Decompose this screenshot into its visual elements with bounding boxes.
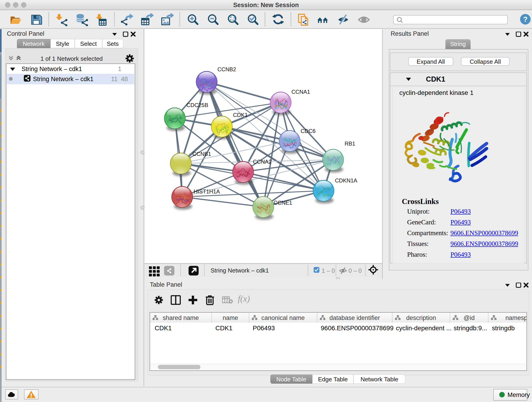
svg-text:CDC25B: CDC25B xyxy=(186,102,208,108)
svg-text:CDKN1A: CDKN1A xyxy=(335,177,357,184)
svg-text:HIST1H1A: HIST1H1A xyxy=(194,188,220,195)
svg-text:CCNA2: CCNA2 xyxy=(253,159,272,165)
svg-text:RB1: RB1 xyxy=(345,140,355,147)
svg-text:CDC6: CDC6 xyxy=(301,128,316,134)
svg-text:CCNB1: CCNB1 xyxy=(192,151,211,157)
svg-text:CDK1: CDK1 xyxy=(233,112,248,118)
svg-text:CCNA1: CCNA1 xyxy=(291,89,310,95)
svg-text:CCNB2: CCNB2 xyxy=(217,66,236,72)
svg-text:CCNE1: CCNE1 xyxy=(273,200,292,206)
